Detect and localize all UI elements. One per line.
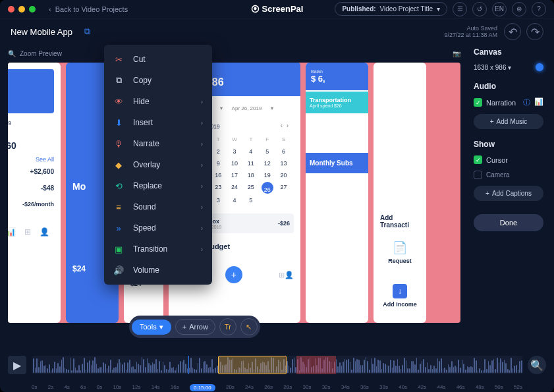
audio-section-header: Audio <box>474 82 543 91</box>
mockup-phone-5: Balan $ 6, Transportation April spend $2… <box>306 63 368 323</box>
history-icon[interactable]: ↺ <box>472 2 487 16</box>
edit-context-menu: ✂Cut⧉Copy👁Hide›⬇Insert›🎙Narrate›◆Overlay… <box>104 45 212 285</box>
share-icon[interactable]: ⊜ <box>512 2 526 16</box>
replace-icon: ⟲ <box>113 181 124 191</box>
ctx-copy[interactable]: ⧉Copy <box>104 70 212 91</box>
chevron-right-icon: › <box>201 161 203 169</box>
narrate-icon: 🎙 <box>113 138 124 149</box>
camera-icon[interactable]: 📷 <box>453 50 460 57</box>
text-tool-button[interactable]: Tr <box>219 318 236 335</box>
chevron-right-icon: › <box>201 246 203 253</box>
camera-checkbox[interactable] <box>474 171 482 179</box>
add-captions-button[interactable]: +Add Captions <box>474 186 543 201</box>
insert-icon: ⬇ <box>113 117 124 128</box>
camera-label: Camera <box>486 171 510 179</box>
volume-icon: 🔊 <box>113 265 124 275</box>
cut-icon: ✂ <box>113 54 124 65</box>
ctx-transition[interactable]: ▣Transition› <box>104 238 212 260</box>
info-icon[interactable]: ⓘ <box>523 98 530 107</box>
timeline-search-button[interactable]: 🔍 <box>528 356 546 374</box>
narration-checkbox[interactable]: ✓ <box>474 98 482 107</box>
ctx-sound[interactable]: ≡Sound› <box>104 196 212 217</box>
narration-label: Narration <box>486 99 516 107</box>
canvas-section-header: Canvas <box>474 47 543 57</box>
timeline-segment-overlay[interactable] <box>218 356 287 374</box>
cursor-checkbox[interactable]: ✓ <box>474 155 482 164</box>
ctx-narrate[interactable]: 🎙Narrate› <box>104 133 212 154</box>
properties-panel: Canvas 1638 x 986 ▾ Audio ✓ Narration ⓘ … <box>468 45 554 345</box>
tools-dropdown[interactable]: Tools▾ <box>132 320 171 335</box>
popout-icon[interactable]: ⧉ <box>84 26 90 37</box>
sound-icon: ≡ <box>113 202 124 212</box>
cursor-label: Cursor <box>486 156 508 164</box>
speed-icon: » <box>113 223 124 233</box>
window-controls[interactable] <box>8 6 36 13</box>
timeline-segment-cut[interactable] <box>296 356 336 374</box>
canvas-dimensions[interactable]: 1638 x 986 ▾ <box>474 64 511 71</box>
chevron-right-icon: › <box>201 98 203 105</box>
video-preview: VISA Mandi Balanc $ 6, 26, 2019 Income $… <box>8 63 460 323</box>
copy-icon: ⧉ <box>113 75 124 86</box>
ctx-overlay[interactable]: ◆Overlay› <box>104 154 212 175</box>
ctx-replace[interactable]: ⟲Replace› <box>104 175 212 196</box>
ctx-insert[interactable]: ⬇Insert› <box>104 112 212 133</box>
chevron-right-icon: › <box>201 182 203 190</box>
chevron-right-icon: › <box>201 140 203 148</box>
zoom-icon: 🔍 <box>8 50 16 57</box>
arrow-tool-button[interactable]: +Arrow <box>175 319 215 335</box>
timeline-track[interactable] <box>32 356 522 374</box>
redo-button[interactable]: ↷ <box>526 23 543 40</box>
transition-icon: ▣ <box>113 244 124 254</box>
zoom-preview-button[interactable]: 🔍 Zoom Preview <box>8 50 62 57</box>
chevron-right-icon: › <box>201 225 203 232</box>
logo-icon: ⦿ <box>251 4 260 14</box>
timeline-marks: 0s2s4s6s8s10s12s14s16s0:15:0020s24s26s28… <box>0 384 554 392</box>
cursor-tool-button[interactable]: ↖ <box>240 318 258 335</box>
mockup-phone-6: Add Transacti 📄 Request ↓ Add Income <box>374 63 426 323</box>
chevron-right-icon: › <box>201 204 203 211</box>
ctx-cut[interactable]: ✂Cut <box>104 49 212 70</box>
ctx-volume[interactable]: 🔊Volume <box>104 260 212 281</box>
project-title[interactable]: New Mobile App ⧉ <box>11 26 90 37</box>
chevron-down-icon: ▾ <box>437 5 440 13</box>
settings-icon[interactable]: ☰ <box>453 2 467 16</box>
back-label: Back to Video Projects <box>55 5 128 13</box>
mockup-phone-1: VISA Mandi Balanc $ 6, 26, 2019 Income $… <box>8 63 61 323</box>
back-button[interactable]: ‹ Back to Video Projects <box>49 5 128 13</box>
done-button[interactable]: Done <box>474 214 543 231</box>
help-icon[interactable]: ? <box>532 2 546 16</box>
playhead[interactable] <box>188 356 189 374</box>
chevron-right-icon: › <box>201 119 203 126</box>
publish-dropdown[interactable]: Published: Video Project Title ▾ <box>335 2 447 16</box>
language-button[interactable]: EN <box>492 2 507 16</box>
ctx-speed[interactable]: »Speed› <box>104 217 212 238</box>
add-music-button[interactable]: +Add Music <box>474 114 543 129</box>
play-button[interactable]: ▶ <box>8 356 26 374</box>
ctx-hide[interactable]: 👁Hide› <box>104 91 212 112</box>
show-section-header: Show <box>474 140 543 149</box>
undo-button[interactable]: ↶ <box>504 23 521 40</box>
overlay-icon: ◆ <box>113 159 124 170</box>
hide-icon: 👁 <box>113 96 124 107</box>
autosave-status: Auto Saved 9/27/22 at 11:38 AM <box>444 25 497 38</box>
levels-icon[interactable]: 📊 <box>534 98 543 107</box>
canvas-color-toggle[interactable] <box>536 63 543 71</box>
brand-logo: ⦿ ScreenPal <box>251 4 304 14</box>
chevron-left-icon: ‹ <box>49 5 51 13</box>
tools-toolbar: Tools▾ +Arrow Tr ↖ <box>129 316 260 338</box>
